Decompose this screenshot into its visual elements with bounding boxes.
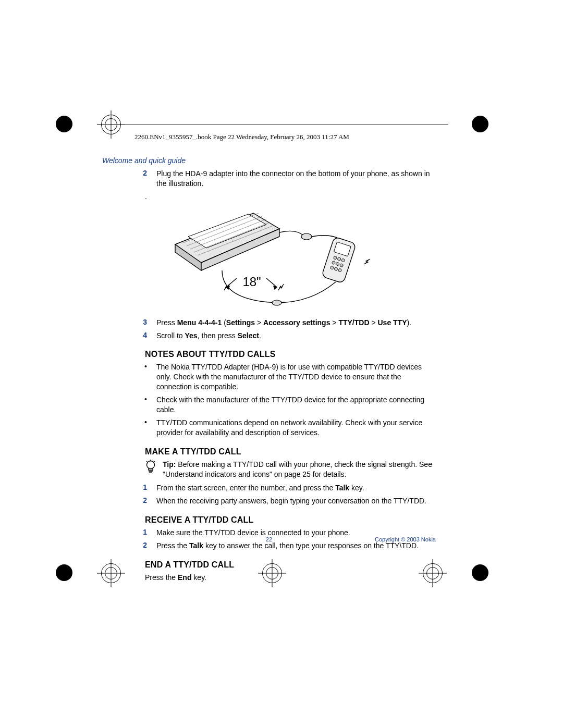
copyright-text: Copyright © 2003 Nokia <box>375 536 436 542</box>
notes-bullet-1: • The Nokia TTY/TDD Adapter (HDA-9) is f… <box>102 362 436 392</box>
step-text: Press Menu 4-4-4-1 (Settings > Accessory… <box>156 318 436 328</box>
step-text: When the receiving party answers, begin … <box>156 496 436 506</box>
reg-mark-top <box>97 110 125 139</box>
reg-dot-bl <box>56 564 72 581</box>
reg-mark-bl <box>97 559 125 587</box>
step-text: Plug the HDA-9 adapter into the connecto… <box>156 169 436 189</box>
bullet-text: Check with the manufacturer of the TTY/T… <box>156 395 436 415</box>
reg-dot-br <box>472 564 488 581</box>
bullet-text: The Nokia TTY/TDD Adapter (HDA-9) is for… <box>156 362 436 392</box>
period-line: . <box>102 192 436 202</box>
section-header: Welcome and quick guide <box>102 156 436 165</box>
svg-line-22 <box>146 461 148 462</box>
bullet-icon: • <box>102 395 156 415</box>
make-call-heading: MAKE A TTY/TDD CALL <box>102 447 436 456</box>
step-number: 1 <box>102 528 156 538</box>
book-header-text: 2260.ENv1_9355957_.book Page 22 Wednesda… <box>134 133 349 141</box>
svg-line-23 <box>154 461 155 462</box>
svg-point-17 <box>272 300 282 305</box>
step-number: 3 <box>102 318 156 328</box>
notes-bullet-3: • TTY/TDD communications depend on netwo… <box>102 418 436 438</box>
tip-text: Tip: Before making a TTY/TDD call with y… <box>163 460 436 479</box>
step-text: Scroll to Yes, then press Select. <box>156 331 436 341</box>
notes-heading: NOTES ABOUT TTY/TDD CALLS <box>102 350 436 359</box>
reg-dot-tr <box>472 116 488 132</box>
reg-dot-tl <box>56 116 72 132</box>
tty-diagram-icon: 18" <box>160 208 378 307</box>
step-number: 2 <box>102 541 156 551</box>
page-number: 22 <box>266 536 272 542</box>
bullet-text: TTY/TDD communications depend on network… <box>156 418 436 438</box>
svg-point-5 <box>301 233 312 240</box>
step-3: 3 Press Menu 4-4-4-1 (Settings > Accesso… <box>102 318 436 328</box>
make-step-1: 1 From the start screen, enter the numbe… <box>102 483 436 493</box>
lightbulb-icon <box>102 460 163 479</box>
step-2: 2 Plug the HDA-9 adapter into the connec… <box>102 169 436 189</box>
step-number: 2 <box>102 169 156 189</box>
step-number: 2 <box>102 496 156 506</box>
tty-illustration: 18" <box>102 208 436 309</box>
measurement-label: 18" <box>242 275 261 289</box>
content-area: Welcome and quick guide 2 Plug the HDA-9… <box>102 156 436 583</box>
step-text: From the start screen, enter the number,… <box>156 483 436 493</box>
step-number: 4 <box>102 331 156 341</box>
receive-call-heading: RECEIVE A TTY/TDD CALL <box>102 515 436 525</box>
header-rule <box>125 125 448 125</box>
tip-row: Tip: Before making a TTY/TDD call with y… <box>102 460 436 479</box>
notes-bullet-2: • Check with the manufacturer of the TTY… <box>102 395 436 415</box>
bullet-icon: • <box>102 362 156 392</box>
reg-mark-br <box>419 559 447 587</box>
page-container: 2260.ENv1_9355957_.book Page 22 Wednesda… <box>0 0 563 728</box>
svg-point-18 <box>147 461 155 468</box>
step-number: 1 <box>102 483 156 493</box>
step-4: 4 Scroll to Yes, then press Select. <box>102 331 436 341</box>
bullet-icon: • <box>102 418 156 438</box>
reg-mark-bc <box>258 559 286 587</box>
make-step-2: 2 When the receiving party answers, begi… <box>102 496 436 506</box>
